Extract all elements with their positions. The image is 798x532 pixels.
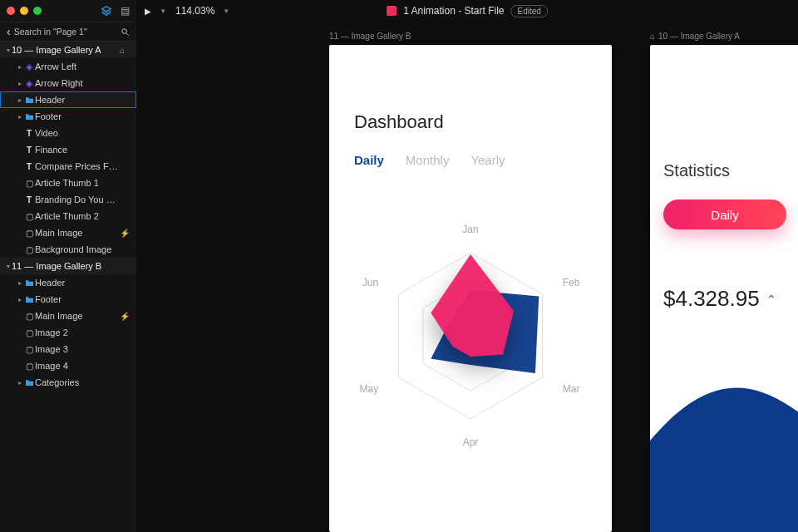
layer-group[interactable]: ▾11 — Image Gallery B — [0, 258, 136, 274]
period-pills: Daily Monthly — [663, 200, 798, 229]
layer-group[interactable]: ▾10 — Image Gallery A⌂ — [0, 42, 136, 58]
doc-status-badge: Edited — [511, 5, 548, 17]
svg-line-1 — [126, 32, 129, 35]
svg-point-0 — [122, 28, 127, 33]
artboard-label-b[interactable]: 11 — Image Gallery B — [329, 32, 411, 41]
search-row[interactable]: ‹ Search in "Page 1" — [0, 22, 136, 42]
layer-type-icon: T — [23, 145, 35, 155]
statistics-title: Statistics — [663, 161, 730, 180]
layer-type-icon — [23, 379, 35, 387]
layer-item[interactable]: ▢Article Thumb 2 — [0, 208, 136, 224]
back-icon[interactable]: ‹ — [7, 25, 11, 38]
layer-type-icon: ▢ — [23, 345, 35, 354]
amount-row: $4.328.95 ⌃ — [663, 286, 776, 312]
layer-item[interactable]: ▸Header — [0, 274, 136, 291]
search-icon[interactable] — [121, 27, 130, 37]
play-icon[interactable]: ▶ — [145, 7, 151, 16]
svg-text:Apr: Apr — [463, 436, 479, 448]
layer-type-icon: ▢ — [23, 245, 35, 254]
search-label: Search in "Page 1" — [14, 27, 87, 37]
radar-chart: JanFebMarAprMayJun — [329, 186, 612, 469]
layer-item[interactable]: ▢Article Thumb 1 — [0, 175, 136, 191]
svg-text:Jan: Jan — [462, 224, 478, 235]
layer-item[interactable]: ▸Footer — [0, 291, 136, 308]
topbar: ▶ ▾ 114.03% ▾ 1 Animation - Start File E… — [136, 0, 798, 22]
layer-type-icon: ▢ — [23, 328, 35, 337]
layers-sidebar: ▤ ‹ Search in "Page 1" ▾10 — Image Galle… — [0, 0, 136, 532]
layer-type-icon: ▢ — [23, 362, 35, 371]
bolt-icon: ⚡ — [120, 229, 131, 238]
layer-item[interactable]: ▢Image 3 — [0, 341, 136, 357]
layer-item[interactable]: TCompare Prices Find — [0, 158, 136, 175]
dashboard-tabs: DailyMonthlyYearly — [354, 153, 505, 167]
pill-daily[interactable]: Daily — [663, 200, 786, 229]
dashboard-tab[interactable]: Monthly — [406, 153, 450, 167]
window-controls-row: ▤ — [0, 0, 136, 22]
home-icon: ⌂ — [650, 32, 655, 41]
zoom-window-icon[interactable] — [33, 7, 42, 15]
dashboard-title: Dashboard — [354, 111, 444, 133]
layer-type-icon: T — [23, 129, 35, 138]
trend-up-icon: ⌃ — [766, 293, 776, 306]
doc-title: 1 Animation - Start File — [403, 5, 504, 17]
layer-type-icon — [23, 113, 35, 121]
layers-stack-icon[interactable] — [101, 5, 112, 17]
document-icon[interactable]: ▤ — [121, 5, 130, 17]
layer-item[interactable]: ▢Main Image⚡ — [0, 224, 136, 241]
layer-item[interactable]: ▢Background Image — [0, 241, 136, 258]
app-root: ▤ ‹ Search in "Page 1" ▾10 — Image Galle… — [0, 0, 798, 532]
artboard-label-a[interactable]: ⌂ 10 — Image Gallery A — [650, 32, 740, 41]
layer-item[interactable]: ▸Header — [0, 91, 136, 108]
main-area: ▶ ▾ 114.03% ▾ 1 Animation - Start File E… — [136, 0, 798, 532]
bolt-icon: ⚡ — [120, 312, 131, 321]
home-icon: ⌂ — [120, 46, 131, 55]
layer-item[interactable]: ▸Footer — [0, 108, 136, 125]
dashboard-tab[interactable]: Daily — [354, 153, 384, 167]
layer-type-icon: ▢ — [23, 179, 35, 188]
layer-item[interactable]: TFinance — [0, 141, 136, 158]
wave-chart — [650, 332, 798, 532]
canvas[interactable]: 11 — Image Gallery B ⌂ 10 — Image Galler… — [136, 22, 798, 532]
layer-type-icon: ▢ — [23, 312, 35, 321]
layer-type-icon: ◈ — [23, 62, 35, 72]
layer-type-icon: ▢ — [23, 212, 35, 221]
layer-item[interactable]: ▸◈Arrow Left — [0, 58, 136, 75]
layer-item[interactable]: ▸◈Arrow Right — [0, 75, 136, 91]
artboard-gallery-a[interactable]: Statistics ⋯ Daily Monthly $4.328.95 ⌃ 5… — [650, 45, 798, 532]
layer-type-icon: T — [23, 162, 35, 171]
minimize-window-icon[interactable] — [20, 7, 28, 15]
layer-item[interactable]: ▸Categories — [0, 374, 136, 391]
zoom-level[interactable]: 114.03% — [175, 5, 214, 17]
svg-text:May: May — [359, 383, 378, 395]
artboard-gallery-b[interactable]: Dashboard DailyMonthlyYearly JanFebMarAp… — [329, 45, 612, 532]
layer-type-icon — [23, 279, 35, 287]
close-window-icon[interactable] — [7, 7, 15, 15]
svg-text:Mar: Mar — [563, 383, 580, 395]
layer-type-icon: ◈ — [23, 78, 35, 89]
dashboard-tab[interactable]: Yearly — [470, 153, 505, 167]
amount-value: $4.328.95 — [663, 286, 760, 312]
traffic-lights — [7, 7, 42, 15]
layer-item[interactable]: TBranding Do You Know — [0, 191, 136, 208]
layer-item[interactable]: ▢Main Image⚡ — [0, 308, 136, 324]
doc-type-icon — [387, 6, 397, 16]
layer-type-icon: T — [23, 195, 35, 204]
svg-text:Feb: Feb — [563, 277, 580, 288]
layer-type-icon — [23, 296, 35, 303]
layer-type-icon — [23, 96, 35, 104]
svg-text:Jun: Jun — [362, 277, 378, 288]
layer-list[interactable]: ▾10 — Image Gallery A⌂▸◈Arrow Left▸◈Arro… — [0, 42, 136, 532]
layer-type-icon: ▢ — [23, 229, 35, 238]
layer-item[interactable]: TVideo — [0, 125, 136, 141]
layer-item[interactable]: ▢Image 2 — [0, 324, 136, 341]
layer-item[interactable]: ▢Image 4 — [0, 357, 136, 374]
